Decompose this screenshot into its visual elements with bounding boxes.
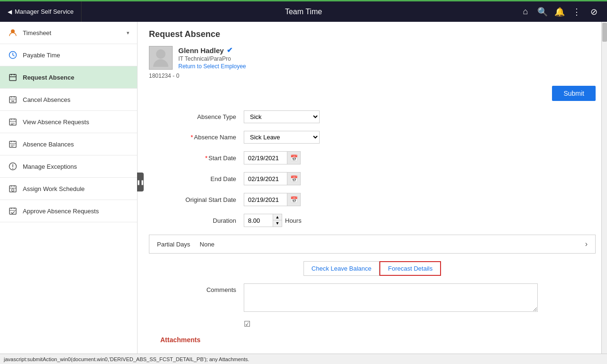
sidebar-item-cancel-absences[interactable]: Cancel Absences [0, 89, 137, 111]
original-start-date-input[interactable] [244, 194, 287, 205]
absence-name-select[interactable]: Sick Leave [244, 131, 320, 144]
svg-point-8 [12, 189, 14, 191]
original-start-date-input-wrap: 📅 [244, 193, 301, 206]
end-date-input[interactable] [244, 173, 287, 184]
sidebar-item-assign-work-schedule-label: Assign Work Schedule [23, 185, 85, 192]
start-date-input[interactable] [244, 153, 287, 164]
sidebar-item-manage-exceptions-label: Manage Exceptions [23, 163, 77, 170]
original-start-date-row: Original Start Date 📅 [168, 193, 577, 206]
sidebar-item-manage-exceptions[interactable]: Manage Exceptions [0, 155, 137, 178]
partial-days-label: Partial Days [157, 241, 190, 248]
more-icon[interactable]: ⋮ [569, 4, 584, 19]
back-label: Manager Self Service [15, 8, 74, 15]
page-body: Request Absence Glenn Hadley ✔ IT Techni… [138, 22, 607, 355]
start-date-calendar-icon[interactable]: 📅 [287, 152, 300, 164]
sidebar-item-approve-absence-requests[interactable]: Approve Absence Requests [0, 200, 137, 222]
search-icon[interactable]: 🔍 [535, 4, 550, 19]
employee-id: 1801234 - 0 [149, 73, 596, 79]
sidebar-item-assign-work-schedule[interactable]: Assign Work Schedule [0, 178, 137, 200]
checkbox-row: ☑ [149, 319, 596, 328]
checkbox-icon[interactable]: ☑ [244, 319, 250, 328]
end-date-label: End Date [168, 175, 244, 182]
top-header: ◀ Manager Self Service Team Time ⌂ 🔍 🔔 ⋮… [0, 0, 607, 22]
partial-days-section[interactable]: Partial Days None › [149, 235, 596, 254]
sidebar-item-view-absence-requests-label: View Absence Requests [23, 118, 89, 126]
start-date-input-wrap: 📅 [244, 151, 301, 164]
absence-type-control: Sick [244, 110, 320, 123]
comments-textarea[interactable] [244, 283, 538, 312]
sidebar-item-timesheet-label: Timesheet [23, 29, 51, 36]
comments-label: Comments [168, 283, 244, 293]
sidebar: Timesheet ▾ Payable Time Request Absence [0, 22, 138, 364]
duration-row: Duration ▲ ▼ Hours [168, 214, 577, 227]
main-layout: Timesheet ▾ Payable Time Request Absence [0, 22, 607, 364]
end-date-input-wrap: 📅 [244, 172, 301, 185]
start-date-label: Start Date [168, 155, 244, 162]
absence-name-row: Absence Name Sick Leave [168, 131, 577, 144]
absence-balances-icon [8, 139, 18, 149]
start-date-control: 📅 [244, 151, 301, 164]
app-title: Team Time [285, 8, 322, 16]
svg-rect-2 [9, 74, 16, 81]
forecast-details-button[interactable]: Forecast Details [379, 261, 441, 276]
return-to-select-employee-link[interactable]: Return to Select Employee [178, 63, 246, 70]
partial-days-expand-icon[interactable]: › [585, 240, 588, 248]
sidebar-item-request-absence-label: Request Absence [23, 74, 74, 81]
original-start-date-label: Original Start Date [168, 196, 244, 203]
absence-type-row: Absence Type Sick [168, 110, 577, 123]
sidebar-item-view-absence-requests[interactable]: View Absence Requests [0, 111, 137, 133]
sidebar-item-payable-time-label: Payable Time [23, 52, 60, 59]
assign-work-schedule-icon [8, 183, 18, 194]
absence-name-control: Sick Leave [244, 131, 320, 144]
duration-input[interactable] [244, 215, 273, 226]
employee-details: Glenn Hadley ✔ IT Technical/ParaPro Retu… [178, 46, 246, 70]
employee-role: IT Technical/ParaPro [178, 55, 246, 62]
absence-name-label: Absence Name [168, 134, 244, 141]
absence-type-select[interactable]: Sick [244, 110, 320, 123]
no-entry-icon[interactable]: ⊘ [586, 4, 601, 19]
view-absence-requests-icon [8, 117, 18, 127]
sidebar-item-approve-absence-requests-label: Approve Absence Requests [23, 208, 99, 215]
header-icons: ⌂ 🔍 🔔 ⋮ ⊘ [518, 4, 607, 19]
original-start-date-calendar-icon[interactable]: 📅 [287, 193, 300, 206]
notification-icon[interactable]: 🔔 [552, 4, 567, 19]
scrollbar-thumb[interactable] [602, 23, 607, 42]
cancel-absences-icon [8, 94, 18, 105]
svg-rect-3 [9, 97, 16, 103]
end-date-control: 📅 [244, 172, 301, 185]
sidebar-item-absence-balances-label: Absence Balances [23, 141, 74, 148]
svg-point-10 [156, 49, 166, 59]
absence-type-label: Absence Type [168, 113, 244, 120]
employee-info: Glenn Hadley ✔ IT Technical/ParaPro Retu… [149, 46, 596, 70]
sidebar-item-cancel-absences-label: Cancel Absences [23, 96, 70, 103]
submit-area: Submit [149, 86, 596, 101]
submit-button[interactable]: Submit [552, 86, 596, 101]
duration-increment-button[interactable]: ▲ [273, 214, 282, 220]
duration-spinner: ▲ ▼ [273, 214, 282, 227]
end-date-calendar-icon[interactable]: 📅 [287, 173, 300, 185]
sidebar-item-absence-balances[interactable]: Absence Balances [0, 133, 137, 155]
back-arrow-icon: ◀ [8, 9, 12, 15]
end-date-row: End Date 📅 [168, 172, 577, 185]
home-icon[interactable]: ⌂ [518, 4, 533, 19]
manage-exceptions-icon [8, 161, 18, 172]
status-bar: javascript:submitAction_win0(document.wi… [0, 354, 607, 364]
attachments-section: Attachments [149, 336, 596, 344]
sidebar-item-timesheet[interactable]: Timesheet ▾ [0, 22, 137, 44]
duration-control: ▲ ▼ Hours [244, 214, 302, 227]
employee-name: Glenn Hadley ✔ [178, 46, 246, 55]
sidebar-collapse-handle[interactable]: ❚❚ [137, 173, 144, 191]
sidebar-item-payable-time[interactable]: Payable Time [0, 44, 137, 66]
duration-input-wrap: ▲ ▼ [244, 214, 282, 227]
back-button[interactable]: ◀ Manager Self Service [0, 1, 82, 22]
duration-label: Duration [168, 217, 244, 224]
duration-decrement-button[interactable]: ▼ [273, 220, 282, 227]
chevron-down-icon: ▾ [127, 30, 129, 36]
partial-days-value: None [200, 241, 214, 248]
check-leave-balance-button[interactable]: Check Leave Balance [304, 261, 379, 276]
scrollbar-track [601, 22, 607, 364]
action-buttons: Check Leave Balance Forecast Details [149, 261, 596, 276]
sidebar-item-request-absence[interactable]: Request Absence [0, 66, 137, 89]
hours-label: Hours [285, 217, 302, 224]
comments-row: Comments [149, 283, 596, 312]
